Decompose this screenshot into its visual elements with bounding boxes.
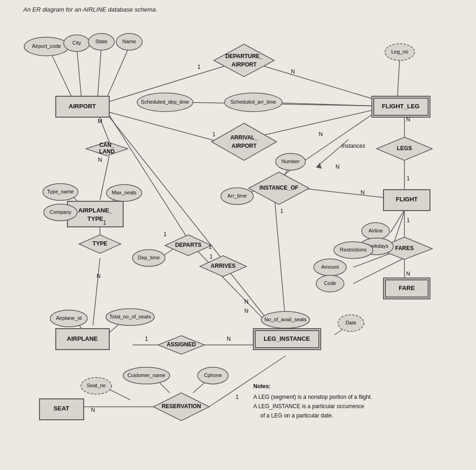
svg-text:of a LEG on a particular date.: of a LEG on a particular date.: [260, 412, 333, 419]
svg-text:FLIGHT_LEG: FLIGHT_LEG: [382, 103, 420, 110]
svg-text:Code: Code: [324, 280, 336, 286]
svg-text:Cphone: Cphone: [204, 372, 222, 378]
svg-line-1: [77, 46, 81, 98]
svg-text:ARRIVES: ARRIVES: [211, 263, 235, 269]
svg-text:N: N: [245, 308, 249, 314]
svg-text:Amount: Amount: [321, 264, 339, 270]
svg-text:State: State: [95, 39, 107, 44]
svg-text:TYPE: TYPE: [93, 240, 107, 247]
svg-text:INSTANCE_OF: INSTANCE_OF: [259, 185, 298, 191]
svg-text:N: N: [361, 189, 365, 196]
svg-text:Seat_no: Seat_no: [87, 383, 106, 388]
svg-text:LAND: LAND: [99, 148, 115, 155]
svg-line-0: [49, 49, 72, 98]
svg-line-12: [107, 112, 228, 144]
svg-text:AIRPORT: AIRPORT: [69, 103, 96, 110]
svg-text:Name: Name: [122, 39, 136, 44]
svg-marker-53: [212, 123, 277, 160]
svg-text:CAN_: CAN_: [99, 142, 115, 148]
svg-line-33: [93, 258, 100, 325]
svg-text:Max_seats: Max_seats: [112, 190, 137, 195]
svg-text:1: 1: [164, 231, 167, 238]
svg-text:1: 1: [212, 131, 216, 138]
svg-text:N: N: [91, 407, 95, 413]
svg-text:1: 1: [236, 394, 239, 400]
svg-text:AIRPORT: AIRPORT: [231, 61, 257, 68]
svg-text:TYPE: TYPE: [87, 215, 103, 222]
svg-marker-50: [214, 44, 274, 77]
svg-text:N: N: [406, 116, 410, 123]
svg-text:Instances: Instances: [341, 143, 365, 149]
svg-text:Total_no_of_seats: Total_no_of_seats: [109, 314, 151, 319]
svg-line-3: [107, 46, 129, 98]
er-diagram: An ER diagram for an AIRLINE database sc…: [0, 0, 476, 470]
svg-text:Airport_code: Airport_code: [32, 43, 61, 49]
svg-text:1: 1: [145, 336, 148, 342]
svg-text:Arr_time: Arr_time: [227, 193, 247, 199]
svg-text:N: N: [98, 157, 102, 163]
svg-line-8: [397, 56, 400, 98]
svg-text:Notes:: Notes:: [253, 383, 271, 390]
svg-line-20: [390, 210, 404, 232]
svg-text:1: 1: [407, 217, 410, 224]
svg-text:N: N: [245, 298, 249, 305]
svg-line-5: [260, 65, 377, 100]
svg-text:M: M: [98, 118, 102, 125]
svg-text:Date: Date: [345, 320, 356, 325]
svg-text:AIRPLANE_: AIRPLANE_: [78, 207, 112, 214]
svg-text:N: N: [97, 273, 101, 279]
svg-text:ARRIVAL_: ARRIVAL_: [230, 134, 258, 141]
svg-line-17: [274, 195, 286, 325]
svg-text:AIRPORT: AIRPORT: [231, 143, 257, 149]
svg-text:LEG_INSTANCE: LEG_INSTANCE: [264, 335, 310, 342]
svg-text:1: 1: [198, 64, 201, 70]
svg-text:N: N: [406, 271, 410, 277]
svg-text:Scheduled_dep_time: Scheduled_dep_time: [141, 99, 189, 105]
svg-text:Number: Number: [281, 159, 299, 164]
svg-text:N: N: [227, 336, 231, 342]
svg-text:DEPARTS: DEPARTS: [175, 242, 201, 248]
svg-text:Leg_no: Leg_no: [391, 49, 409, 54]
svg-text:FARES: FARES: [395, 245, 414, 252]
svg-text:Dep_time: Dep_time: [138, 255, 159, 260]
svg-text:A LEG_INSTANCE is a particular: A LEG_INSTANCE is a particular occurrenc…: [253, 403, 364, 410]
svg-text:Airplane_id: Airplane_id: [56, 315, 81, 321]
diagram-title: An ER diagram for an AIRLINE database sc…: [23, 6, 158, 13]
svg-text:N: N: [336, 164, 340, 170]
svg-text:Company: Company: [49, 209, 72, 215]
svg-text:Customer_name: Customer_name: [127, 372, 165, 378]
svg-text:LEGS: LEGS: [397, 145, 412, 152]
svg-line-2: [98, 46, 101, 98]
svg-text:N: N: [319, 131, 323, 138]
svg-text:1: 1: [209, 244, 212, 250]
svg-text:FARE: FARE: [399, 285, 415, 291]
svg-text:Type_name: Type_name: [47, 189, 73, 194]
svg-text:Airline: Airline: [369, 228, 383, 233]
svg-text:Restrictions: Restrictions: [340, 247, 367, 252]
svg-text:FLIGHT: FLIGHT: [396, 196, 418, 203]
svg-text:1: 1: [210, 253, 213, 260]
svg-text:DEPARTURE_: DEPARTURE_: [225, 53, 263, 60]
svg-text:No_of_avail_seats: No_of_avail_seats: [264, 317, 307, 322]
svg-text:Scheduled_arr_time: Scheduled_arr_time: [231, 99, 276, 105]
svg-text:1: 1: [280, 208, 284, 214]
svg-text:ASSIGNED: ASSIGNED: [167, 341, 196, 348]
svg-text:A LEG (segment) is a nonstop p: A LEG (segment) is a nonstop portion of …: [253, 394, 372, 400]
svg-text:1: 1: [407, 175, 410, 182]
svg-text:AIRPLANE: AIRPLANE: [67, 335, 98, 342]
svg-text:City: City: [73, 40, 81, 46]
svg-text:RESERVATION: RESERVATION: [162, 403, 201, 410]
svg-text:N: N: [291, 68, 295, 75]
svg-text:1: 1: [103, 219, 106, 226]
svg-text:SEAT: SEAT: [53, 405, 69, 412]
